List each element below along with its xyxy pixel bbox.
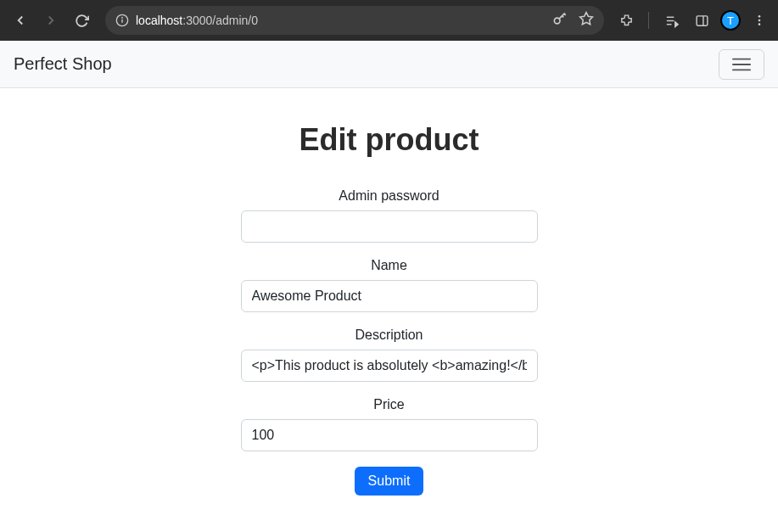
admin-password-label: Admin password: [14, 188, 764, 204]
svg-marker-7: [580, 13, 593, 25]
profile-avatar[interactable]: T: [720, 10, 741, 31]
svg-rect-12: [697, 15, 708, 25]
extensions-icon[interactable]: [614, 8, 638, 32]
address-bar[interactable]: localhost:3000/admin/0: [105, 6, 604, 35]
chrome-menu-icon[interactable]: [747, 8, 771, 32]
svg-line-5: [564, 14, 566, 15]
bookmark-star-icon[interactable]: [579, 11, 594, 30]
svg-point-3: [554, 18, 560, 24]
browser-toolbar: localhost:3000/admin/0 T: [0, 0, 778, 41]
price-label: Price: [14, 397, 764, 412]
svg-point-14: [758, 15, 761, 18]
url-text: localhost:3000/admin/0: [136, 14, 258, 27]
divider: [648, 12, 649, 29]
submit-button[interactable]: Submit: [355, 467, 424, 496]
hamburger-menu-button[interactable]: [719, 49, 764, 80]
admin-password-input[interactable]: [241, 210, 538, 243]
page-title: Edit product: [14, 122, 764, 158]
forward-button[interactable]: [37, 7, 64, 34]
svg-line-4: [559, 13, 565, 19]
description-input[interactable]: [241, 350, 538, 382]
brand-title[interactable]: Perfect Shop: [14, 54, 112, 74]
svg-point-16: [758, 23, 761, 25]
media-control-icon[interactable]: [659, 8, 683, 32]
reload-button[interactable]: [68, 7, 95, 34]
name-label: Name: [14, 258, 764, 273]
svg-line-6: [563, 16, 564, 18]
price-input[interactable]: [241, 419, 538, 451]
description-label: Description: [14, 328, 764, 343]
name-input[interactable]: [241, 280, 538, 312]
site-info-icon[interactable]: [115, 14, 129, 27]
app-navbar: Perfect Shop: [0, 41, 778, 88]
main-content: Edit product Admin password Name Descrip…: [0, 88, 778, 529]
svg-point-15: [758, 20, 761, 22]
password-key-icon[interactable]: [551, 10, 568, 31]
back-button[interactable]: [7, 7, 34, 34]
svg-point-2: [122, 17, 123, 18]
svg-marker-11: [674, 21, 678, 26]
side-panel-icon[interactable]: [690, 8, 714, 32]
